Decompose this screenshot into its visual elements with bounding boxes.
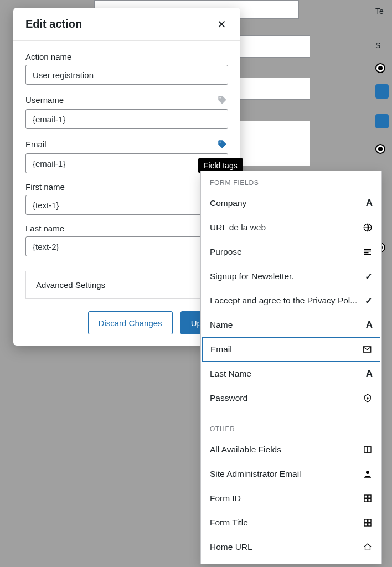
dropdown-item-form-title[interactable]: Form Title — [201, 511, 381, 535]
dropdown-item-form-id[interactable]: Form ID — [201, 486, 381, 511]
bg-button[interactable] — [375, 114, 389, 128]
dropdown-item-admin-email[interactable]: Site Administrator Email — [201, 462, 381, 486]
input-username[interactable] — [25, 109, 228, 129]
bg-label: S — [375, 41, 380, 50]
advanced-settings-label: Advanced Settings — [36, 280, 105, 290]
field-username: Username — [25, 94, 228, 129]
dropdown-section-form-fields: FORM FIELDS — [201, 171, 381, 191]
letter-a-icon: A — [360, 319, 373, 331]
label-username: Username — [25, 95, 216, 105]
label-first-name: First name — [25, 182, 228, 192]
paragraph-icon — [360, 247, 373, 257]
grid-icon — [360, 518, 373, 528]
label-email: Email — [25, 140, 216, 149]
home-icon — [360, 542, 373, 552]
field-action-name: Action name — [25, 52, 228, 85]
discard-button[interactable]: Discard Changes — [88, 311, 173, 334]
svg-rect-9 — [368, 519, 371, 522]
dropdown-item-email[interactable]: Email — [202, 337, 380, 362]
svg-rect-4 — [364, 495, 367, 498]
svg-rect-8 — [364, 519, 367, 522]
globe-icon — [360, 223, 373, 233]
dropdown-item-name[interactable]: Name A — [201, 313, 381, 337]
svg-point-1 — [367, 398, 368, 399]
lock-icon — [360, 393, 373, 403]
dropdown-item-privacy[interactable]: I accept and agree to the Privacy Pol... — [201, 288, 381, 313]
dropdown-item-company[interactable]: Company A — [201, 191, 381, 215]
field-first-name: First name — [25, 182, 228, 215]
svg-rect-2 — [364, 447, 371, 453]
dropdown-item-password[interactable]: Password — [201, 386, 381, 410]
check-icon — [360, 271, 373, 282]
dropdown-item-home-url[interactable]: Home URL — [201, 535, 381, 559]
advanced-settings-toggle[interactable]: Advanced Settings — [25, 271, 228, 299]
grid-icon — [360, 493, 373, 503]
svg-rect-6 — [364, 499, 367, 502]
radio[interactable] — [375, 63, 385, 73]
dropdown-section-other: OTHER — [201, 417, 381, 437]
svg-rect-5 — [368, 495, 371, 498]
bg-button[interactable] — [375, 84, 389, 99]
tag-icon[interactable] — [216, 94, 228, 106]
svg-point-3 — [366, 471, 369, 474]
dropdown-divider — [201, 414, 381, 414]
label-action-name: Action name — [25, 52, 228, 61]
check-icon — [360, 295, 373, 307]
input-action-name[interactable] — [25, 65, 228, 85]
bg-label: Te — [375, 7, 384, 16]
mail-icon — [360, 344, 372, 354]
radio[interactable] — [375, 144, 385, 154]
letter-a-icon: A — [360, 368, 373, 379]
label-last-name: Last name — [25, 224, 228, 233]
dropdown-item-url[interactable]: URL de la web — [201, 215, 381, 240]
close-icon[interactable]: ✕ — [215, 19, 228, 30]
dropdown-item-purpose[interactable]: Purpose — [201, 240, 381, 264]
user-icon — [360, 469, 373, 479]
modal-header: Edit action ✕ — [13, 8, 240, 41]
field-tags-dropdown: FORM FIELDS Company A URL de la web Purp… — [200, 171, 382, 564]
input-first-name[interactable] — [25, 195, 228, 215]
modal-title: Edit action — [25, 18, 215, 30]
svg-rect-10 — [364, 523, 367, 526]
field-last-name: Last name — [25, 224, 228, 256]
dropdown-item-all-fields[interactable]: All Available Fields — [201, 437, 381, 462]
input-last-name[interactable] — [25, 236, 228, 256]
table-icon — [360, 445, 373, 455]
tag-icon-active[interactable] — [216, 138, 228, 150]
svg-rect-7 — [368, 499, 371, 502]
dropdown-item-last-name[interactable]: Last Name A — [201, 362, 381, 386]
letter-a-icon: A — [360, 198, 373, 209]
dropdown-item-newsletter[interactable]: Signup for Newsletter. — [201, 264, 381, 288]
svg-rect-11 — [368, 523, 371, 526]
